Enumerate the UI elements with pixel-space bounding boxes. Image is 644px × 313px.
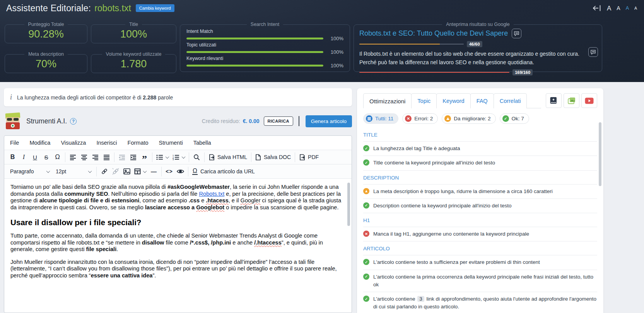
article-text: ”. (152, 272, 156, 279)
numbered-list-button[interactable]: 123 (171, 152, 187, 163)
paragraph-format-select[interactable]: Paragrafo (7, 166, 53, 177)
bullet-list-button[interactable] (154, 152, 171, 163)
main-area: i La lunghezza media degli articoli dei … (0, 82, 644, 313)
menu-formato[interactable]: Formato (128, 140, 149, 146)
editor-scrollbar[interactable] (347, 183, 350, 226)
change-keyword-button[interactable]: Cambia keyword (136, 4, 174, 12)
search-button[interactable] (191, 152, 202, 163)
competitor-info-banner: i La lunghezza media degli articoli dei … (4, 88, 352, 106)
page-title: Assistente Editoriale: (6, 3, 91, 14)
list-icon (366, 115, 372, 122)
font-size-sm-button[interactable]: A (634, 6, 637, 10)
tab-keyword[interactable]: Keyword (436, 93, 470, 108)
pdf-button[interactable]: PDF (297, 152, 321, 163)
keyword-volume-card: Volume keyword utilizzate 1.780 (91, 51, 176, 73)
collapse-left-icon[interactable] (592, 4, 601, 12)
description-comment-button[interactable] (588, 47, 598, 57)
filter-ok[interactable]: ✓ Ok: 7 (500, 113, 529, 124)
article-paragraph: John Mueller risponde innanzitutto con l… (10, 259, 345, 279)
menu-inserisci[interactable]: Inserisci (96, 140, 117, 146)
load-article-url-button[interactable]: Ω Carica articolo da URL (190, 166, 257, 177)
font-size-xl-button[interactable]: A (607, 5, 611, 12)
filter-all[interactable]: Tutti: 11 (363, 113, 398, 124)
horizontal-rule-button[interactable]: — (148, 166, 159, 177)
article-text: Googler (241, 197, 261, 204)
font-size-md-button[interactable]: A (626, 6, 629, 11)
italic-button[interactable]: I (18, 152, 29, 163)
tab-correlati[interactable]: Correlati (494, 93, 527, 108)
editor-content[interactable]: Torniamo un po’ alle basi della SEO graz… (4, 179, 352, 313)
youtube-icon (585, 97, 594, 104)
bullet-list-caret (166, 155, 169, 159)
warning-icon (363, 188, 369, 194)
indent-button[interactable] (128, 152, 139, 163)
blockquote-button[interactable]: ” (139, 152, 150, 163)
check-item: ✓La lunghezza del tag Title è adeguata (363, 141, 597, 156)
topic-used-bar (186, 51, 323, 53)
intent-match-pct: 100% (328, 36, 343, 41)
bold-button[interactable]: B (7, 152, 18, 163)
preview-eye-button[interactable] (175, 166, 186, 177)
panel-scrollbar[interactable] (599, 122, 601, 186)
intent-match-label: Intent Match (186, 29, 343, 34)
info-suffix: parole (158, 94, 173, 101)
info-icon: i (10, 93, 12, 101)
section-title: DESCRIPTION (363, 170, 597, 184)
topic-used-label: Topic utilizzati (186, 42, 343, 48)
serp-title-link[interactable]: Robots.txt e SEO: Tutto Quello che Devi … (359, 29, 508, 38)
keyword-volume-value: 1.780 (91, 57, 176, 70)
article-text: .css (189, 197, 200, 204)
filter-all-label: Tutti: 11 (375, 116, 393, 121)
insert-image-button[interactable] (121, 166, 132, 177)
align-right-button[interactable] (90, 152, 101, 163)
underline-button[interactable]: U (29, 152, 41, 163)
meta-description-card: Meta description 70% (5, 51, 87, 73)
article-heading: Usare il disallow per i file speciali? (10, 219, 345, 226)
title-comment-button[interactable] (512, 29, 521, 38)
article-text: e anche (231, 239, 254, 246)
align-center-button[interactable] (79, 152, 90, 163)
insert-link-button[interactable] (99, 166, 110, 177)
menu-strumenti[interactable]: Strumenti (159, 140, 183, 146)
filter-errors[interactable]: ✕ Errori: 2 (402, 113, 438, 124)
font-size-value: 12pt (56, 168, 66, 174)
tab-faq[interactable]: FAQ (470, 93, 494, 108)
remove-link-button[interactable] (110, 166, 121, 177)
insert-table-button[interactable] (132, 166, 148, 177)
save-doc-button[interactable]: Salva DOC (253, 152, 293, 163)
credit-label: Credito residuo: (202, 118, 240, 124)
check-item: ✓L'articolo contiene testo a sufficienza… (363, 255, 597, 269)
dictionary-button[interactable] (546, 93, 562, 108)
font-size-lg-button[interactable]: A (617, 5, 620, 11)
strikethrough-button[interactable]: S (41, 152, 52, 163)
images-button[interactable] (564, 93, 579, 108)
menu-tabella[interactable]: Tabella (193, 140, 211, 146)
check-text: L'articolo contiene testo a sufficienza … (373, 258, 540, 266)
justify-button[interactable] (101, 152, 112, 163)
check-icon: ✓ (363, 145, 369, 151)
filter-improve[interactable]: Da migliorare: 2 (442, 113, 495, 124)
menu-modifica[interactable]: Modifica (29, 140, 50, 146)
source-code-button[interactable]: <> (164, 166, 175, 177)
tab-ottimizzazioni[interactable]: Ottimizzazioni (363, 93, 412, 108)
ai-tools-title: Strumenti A.I. (26, 117, 67, 125)
title-score-value: 100% (91, 27, 176, 40)
save-html-button[interactable]: Salva HTML (207, 152, 249, 163)
special-char-button[interactable]: Ω (52, 152, 63, 163)
font-size-select[interactable]: 12pt (53, 166, 94, 177)
article-link[interactable]: Robots.txt (199, 191, 225, 197)
help-icon[interactable]: ? (70, 118, 77, 125)
youtube-button[interactable] (581, 93, 597, 108)
tab-topic[interactable]: Topic (411, 93, 437, 108)
menu-file[interactable]: File (10, 140, 19, 146)
title-score-card: Title 100% (91, 22, 176, 43)
check-text: Description contiene la keyword principa… (373, 202, 512, 210)
save-doc-label: Salva DOC (264, 154, 291, 160)
recharge-button[interactable]: RICARICA (264, 116, 293, 126)
menu-visualizza[interactable]: Visualizza (61, 140, 86, 146)
article-text: disallow (142, 239, 164, 246)
outdent-button[interactable] (116, 152, 128, 163)
align-left-button[interactable] (67, 152, 79, 163)
relevant-keywords-bar (186, 65, 323, 67)
generate-article-button[interactable]: Genera articolo (306, 115, 352, 127)
